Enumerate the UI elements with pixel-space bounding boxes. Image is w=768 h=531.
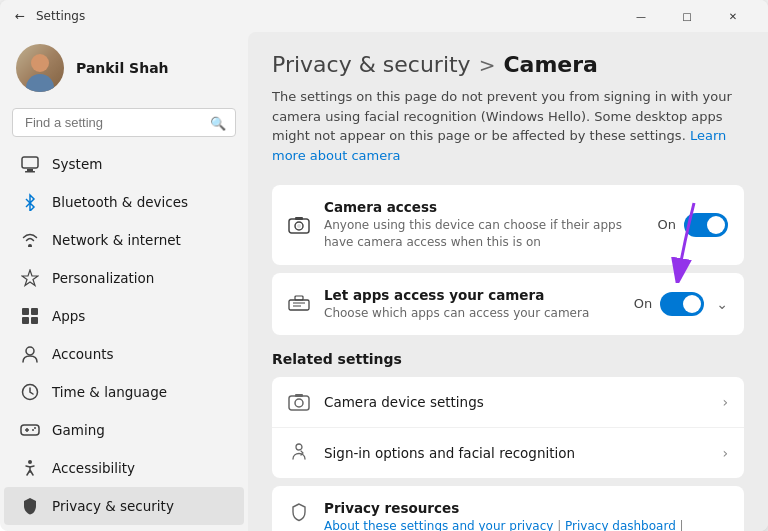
svg-rect-2 [25,171,35,173]
svg-point-14 [28,460,32,464]
svg-rect-3 [22,308,29,315]
divider2: | [680,519,684,531]
privacy-text-block: Privacy resources About these settings a… [324,500,728,531]
nav-label-network: Network & internet [52,232,181,248]
svg-point-13 [34,427,36,429]
nav-label-bluetooth: Bluetooth & devices [52,194,188,210]
accounts-icon [20,344,40,364]
back-button[interactable]: ← [12,8,28,24]
breadcrumb-current: Camera [503,52,598,77]
let-apps-status: On [634,296,652,311]
nav-label-privacy: Privacy & security [52,498,174,514]
privacy-resources-links: About these settings and your privacy | … [324,519,728,531]
nav-item-time[interactable]: Time & language [4,373,244,411]
about-settings-link[interactable]: About these settings and your privacy [324,519,553,531]
user-profile[interactable]: Pankil Shah [0,32,248,108]
toggle-knob [707,216,725,234]
camera-access-icon [288,214,310,236]
signin-options-label: Sign-in options and facial recognition [324,445,708,461]
nav-label-time: Time & language [52,384,167,400]
camera-access-desc: Anyone using this device can choose if t… [324,217,644,251]
page-description: The settings on this page do not prevent… [272,87,744,165]
privacy-resources-title: Privacy resources [324,500,728,516]
svg-rect-19 [289,300,309,310]
nav-item-personalization[interactable]: Personalization [4,259,244,297]
camera-device-icon [288,391,310,413]
divider1: | [557,519,565,531]
let-apps-desc: Choose which apps can access your camera [324,305,620,322]
camera-device-settings-row[interactable]: Camera device settings › [272,377,744,428]
minimize-button[interactable]: — [618,0,664,32]
titlebar: ← Settings — □ ✕ [0,0,768,32]
time-icon [20,382,40,402]
titlebar-title: Settings [36,9,85,23]
let-apps-title: Let apps access your camera [324,287,620,303]
related-settings-list: Camera device settings › Sign-in options… [272,377,744,478]
camera-access-control: On [658,213,728,237]
let-apps-text: Let apps access your camera Choose which… [324,287,620,322]
privacy-resources-icon [288,502,310,524]
signin-options-row[interactable]: Sign-in options and facial recognition › [272,428,744,478]
svg-point-17 [297,224,301,228]
maximize-button[interactable]: □ [664,0,710,32]
nav-item-accounts[interactable]: Accounts [4,335,244,373]
privacy-icon [20,496,40,516]
window-controls: — □ ✕ [618,0,756,32]
system-icon [20,154,40,174]
let-apps-control: On ⌄ [634,292,728,316]
signin-options-chevron: › [722,445,728,461]
search-icon: 🔍 [210,115,226,130]
camera-device-chevron: › [722,394,728,410]
nav-item-system[interactable]: System [4,145,244,183]
nav-item-windows-update[interactable]: Windows Update [4,525,244,531]
svg-point-12 [32,429,34,431]
camera-access-text: Camera access Anyone using this device c… [324,199,644,251]
let-apps-card-wrapper: Let apps access your camera Choose which… [272,273,744,336]
privacy-dashboard-link[interactable]: Privacy dashboard [565,519,676,531]
svg-point-25 [295,399,303,407]
sidebar: Pankil Shah 🔍 System Bluetooth & devices [0,32,248,531]
let-apps-card: Let apps access your camera Choose which… [272,273,744,336]
nav-item-gaming[interactable]: Gaming [4,411,244,449]
close-button[interactable]: ✕ [710,0,756,32]
breadcrumb-parent[interactable]: Privacy & security [272,52,471,77]
camera-access-status: On [658,217,676,232]
user-name: Pankil Shah [76,60,169,76]
main-content: Privacy & security > Camera The settings… [248,32,768,531]
gaming-icon [20,420,40,440]
svg-rect-6 [31,317,38,324]
let-apps-icon [288,293,310,315]
nav-label-gaming: Gaming [52,422,105,438]
nav-item-apps[interactable]: Apps [4,297,244,335]
search-box: 🔍 [12,108,236,137]
svg-rect-1 [27,169,33,171]
breadcrumb-separator: > [479,53,496,77]
nav-item-network[interactable]: Network & internet [4,221,244,259]
camera-access-title: Camera access [324,199,644,215]
camera-access-toggle[interactable] [684,213,728,237]
network-icon [20,230,40,250]
let-apps-chevron[interactable]: ⌄ [716,296,728,312]
privacy-resources: Privacy resources About these settings a… [272,486,744,531]
svg-rect-18 [295,217,303,220]
nav-item-accessibility[interactable]: Accessibility [4,449,244,487]
camera-access-row: Camera access Anyone using this device c… [272,185,744,265]
let-apps-toggle[interactable] [660,292,704,316]
apps-icon [20,306,40,326]
let-apps-toggle-knob [683,295,701,313]
svg-rect-5 [22,317,29,324]
search-input[interactable] [12,108,236,137]
breadcrumb: Privacy & security > Camera [272,52,744,77]
signin-icon [288,442,310,464]
svg-rect-26 [295,394,303,397]
accessibility-icon [20,458,40,478]
nav-item-bluetooth[interactable]: Bluetooth & devices [4,183,244,221]
svg-rect-24 [289,396,309,410]
nav-label-personalization: Personalization [52,270,154,286]
nav-item-privacy[interactable]: Privacy & security [4,487,244,525]
bluetooth-icon [20,192,40,212]
nav-label-accessibility: Accessibility [52,460,135,476]
avatar [16,44,64,92]
svg-point-7 [26,347,34,355]
svg-rect-9 [21,425,39,435]
